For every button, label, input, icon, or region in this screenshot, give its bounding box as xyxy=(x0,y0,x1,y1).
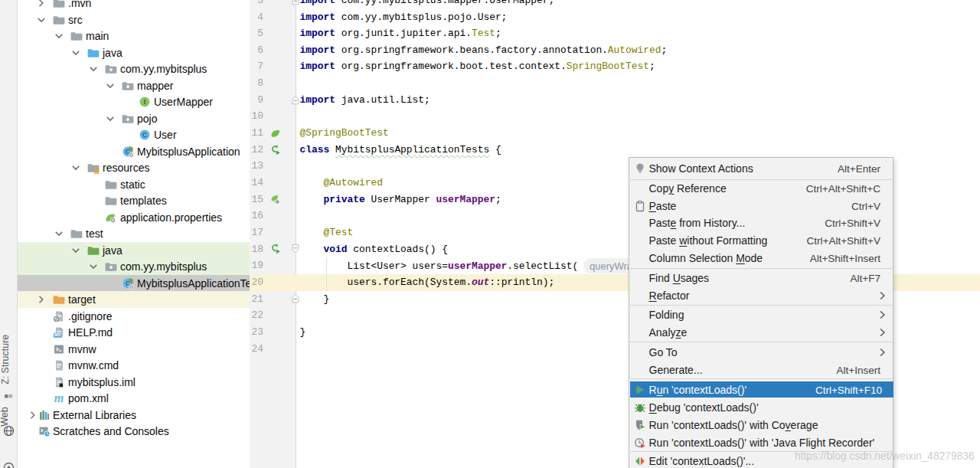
svg-text:C: C xyxy=(142,131,148,139)
svg-text:m: m xyxy=(54,392,64,404)
svg-text:MD: MD xyxy=(54,333,61,338)
svg-text:I: I xyxy=(144,98,146,106)
